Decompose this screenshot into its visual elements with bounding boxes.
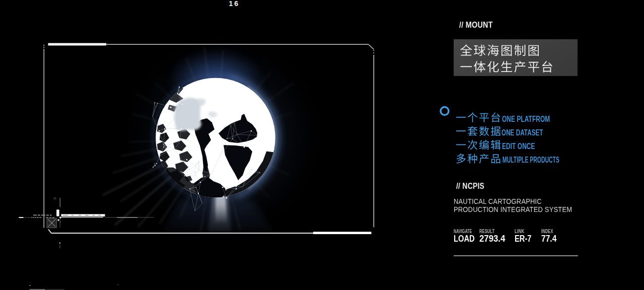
svg-text:60: 60 [54,197,57,200]
